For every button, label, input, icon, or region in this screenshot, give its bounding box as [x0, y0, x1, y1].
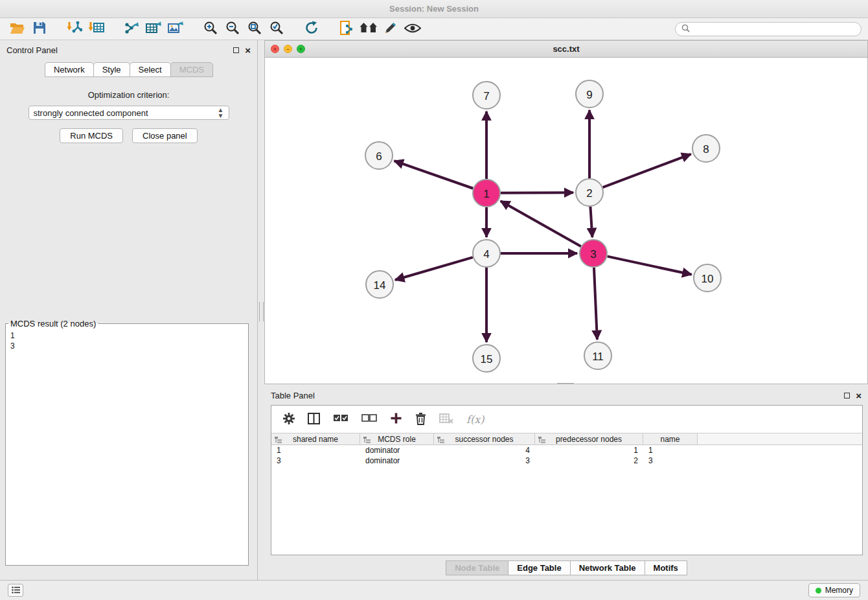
memory-button[interactable]: Memory — [808, 583, 860, 597]
graph-node-8[interactable]: 8 — [692, 135, 720, 162]
graph-node-9[interactable]: 9 — [576, 80, 603, 108]
zoom-out-button[interactable] — [222, 19, 244, 39]
graph-node-11[interactable]: 11 — [584, 342, 611, 369]
graph-edge-2-8[interactable] — [603, 154, 691, 187]
table-header-row: shared nameMCDS rolesuccessor nodesprede… — [271, 433, 862, 445]
zoom-out-icon — [225, 21, 240, 37]
svg-text:14: 14 — [374, 279, 386, 292]
graph-edge-3-1[interactable] — [501, 201, 581, 246]
column-header-predecessor-nodes[interactable]: predecessor nodes — [535, 433, 643, 444]
export-network-button[interactable] — [120, 19, 143, 39]
zoom-fit-button[interactable] — [244, 19, 266, 39]
graph-edge-3-11[interactable] — [594, 268, 597, 340]
table-cell[interactable]: 1 — [271, 445, 360, 456]
column-header-successor-nodes[interactable]: successor nodes — [434, 433, 535, 444]
import-network-button[interactable] — [63, 19, 86, 39]
show-hide-button[interactable] — [402, 19, 424, 39]
delete-table-icon — [439, 413, 453, 426]
function-builder-button[interactable]: f(x) — [466, 413, 484, 426]
select-all-columns-button[interactable] — [333, 414, 348, 424]
search-box[interactable] — [675, 22, 862, 36]
minimize-window-icon[interactable]: − — [284, 45, 292, 53]
table-cell[interactable]: 3 — [643, 456, 698, 466]
column-header-shared-name[interactable]: shared name — [271, 433, 360, 444]
optimization-criterion-label: Optimization criterion: — [0, 90, 257, 100]
graph-node-2[interactable]: 2 — [576, 179, 603, 206]
zoom-in-button[interactable] — [200, 19, 222, 39]
graph-node-14[interactable]: 14 — [366, 271, 393, 298]
graph-node-10[interactable]: 10 — [694, 264, 721, 292]
refresh-icon — [304, 21, 319, 37]
table-cell[interactable]: dominator — [360, 456, 434, 466]
table-settings-button[interactable] — [283, 413, 295, 426]
mcds-result-list: 13 — [6, 329, 248, 353]
network-canvas[interactable]: 7968124314101511 — [265, 58, 867, 384]
float-panel-icon[interactable] — [233, 47, 239, 53]
open-session-button[interactable] — [6, 19, 29, 39]
tab-network-table[interactable]: Network Table — [570, 560, 645, 575]
close-table-panel-icon[interactable]: × — [856, 391, 862, 400]
graph-edge-4-14[interactable] — [395, 257, 473, 280]
task-history-button[interactable] — [8, 584, 23, 597]
close-panel-icon[interactable]: × — [245, 45, 251, 55]
show-columns-button[interactable] — [308, 413, 320, 426]
graph-node-4[interactable]: 4 — [473, 240, 500, 267]
graph-edge-1-2[interactable] — [501, 192, 573, 193]
column-header-MCDS-role[interactable]: MCDS role — [360, 433, 434, 444]
search-input[interactable] — [693, 25, 855, 34]
delete-column-button[interactable] — [415, 412, 426, 427]
delete-table-button-disabled — [439, 413, 453, 426]
network-document-share-button[interactable] — [336, 19, 358, 39]
tab-motifs[interactable]: Motifs — [645, 560, 687, 575]
list-icon — [12, 586, 20, 595]
deselect-all-columns-button[interactable] — [361, 414, 377, 424]
table-cell[interactable]: 1 — [535, 445, 643, 456]
close-panel-button[interactable]: Close panel — [132, 128, 198, 143]
first-neighbors-button[interactable] — [358, 19, 380, 39]
tab-edge-table[interactable]: Edge Table — [508, 560, 570, 575]
tab-network[interactable]: Network — [45, 62, 94, 77]
graph-node-7[interactable]: 7 — [473, 82, 500, 109]
tab-select[interactable]: Select — [130, 62, 171, 77]
tab-node-table[interactable]: Node Table — [446, 560, 508, 575]
graph-node-1[interactable]: 1 — [473, 179, 500, 207]
table-row[interactable]: 1dominator411 — [271, 445, 862, 456]
table-cell[interactable]: 3 — [271, 456, 360, 466]
main-toolbar — [0, 18, 868, 40]
table-frame: f(x) shared nameMCDS rolesuccessor nodes… — [271, 405, 863, 555]
float-table-panel-icon[interactable] — [844, 393, 850, 398]
network-view-title: scc.txt — [265, 44, 867, 54]
run-mcds-button[interactable]: Run MCDS — [60, 128, 123, 143]
table-cell[interactable]: 2 — [535, 456, 643, 466]
tab-mcds[interactable]: MCDS — [170, 62, 213, 77]
export-table-button[interactable] — [143, 19, 165, 39]
tab-style[interactable]: Style — [93, 62, 130, 77]
table-panel-title: Table Panel — [271, 391, 315, 400]
table-cell[interactable]: 3 — [434, 456, 535, 466]
import-table-button[interactable] — [86, 19, 108, 39]
graph-node-3[interactable]: 3 — [580, 240, 607, 267]
graph-node-15[interactable]: 15 — [473, 345, 500, 372]
create-column-button[interactable] — [390, 412, 402, 426]
close-window-icon[interactable]: × — [271, 45, 279, 53]
annotation-pen-button[interactable] — [380, 19, 402, 39]
table-row[interactable]: 3dominator323 — [271, 456, 862, 466]
trash-icon — [415, 412, 426, 427]
table-cell[interactable]: dominator — [360, 445, 434, 456]
column-header-name[interactable]: name — [643, 433, 698, 444]
graph-edge-3-10[interactable] — [608, 257, 692, 275]
graph-node-6[interactable]: 6 — [365, 142, 393, 169]
vertical-splitter-handle[interactable] — [259, 302, 264, 321]
maximize-window-icon[interactable]: + — [297, 45, 305, 53]
table-cell[interactable]: 1 — [643, 445, 698, 456]
window-title: Session: New Session — [389, 4, 479, 14]
refresh-layout-button[interactable] — [301, 19, 323, 39]
save-session-button[interactable] — [29, 19, 51, 39]
export-image-button[interactable] — [165, 19, 187, 39]
graph-edge-1-6[interactable] — [394, 161, 474, 188]
column-sort-icon — [437, 436, 444, 445]
zoom-selected-button[interactable] — [266, 19, 288, 39]
criterion-select[interactable]: strongly connected component ▲▼ — [29, 106, 229, 120]
table-cell[interactable]: 4 — [434, 445, 535, 456]
graph-edge-2-3[interactable] — [590, 207, 592, 237]
